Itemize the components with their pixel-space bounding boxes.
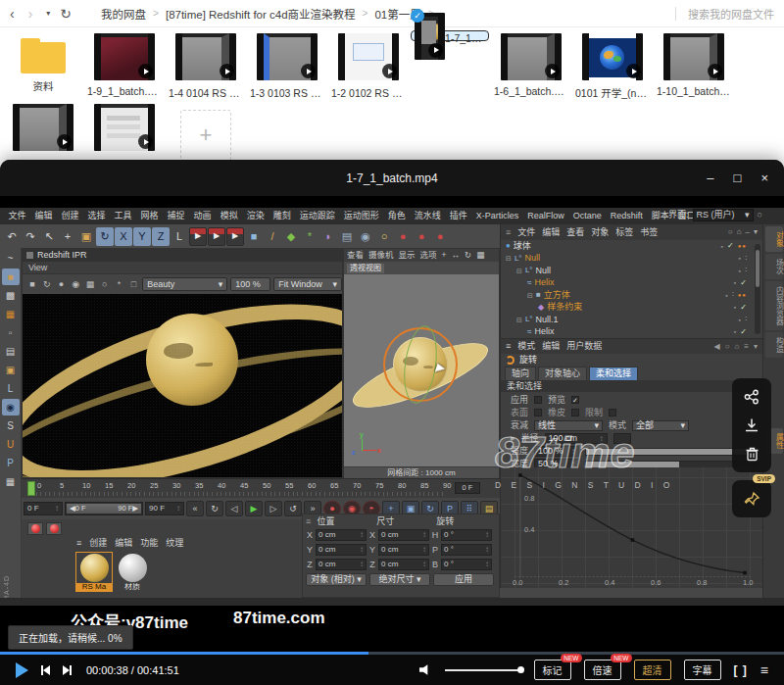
layer-chip-icon[interactable]: ▪	[738, 317, 740, 323]
next-frame-button[interactable]: ▷	[265, 501, 282, 516]
object-label[interactable]: 立方体	[544, 291, 570, 300]
scale-tool-icon[interactable]: ▣	[77, 227, 95, 246]
expander-icon[interactable]: ⊟	[527, 292, 533, 299]
rs-material-icon[interactable]: ●	[413, 227, 430, 246]
viewport-canvas[interactable]: y x z	[344, 274, 499, 466]
scrollbar[interactable]	[755, 244, 760, 334]
timeline-playhead[interactable]	[27, 481, 35, 496]
start-frame-field[interactable]: 0 F↕	[24, 502, 63, 515]
region-icon[interactable]: ○	[99, 278, 111, 291]
stepper-icon[interactable]: ↕	[360, 531, 364, 539]
volume-knob[interactable]	[517, 666, 524, 673]
stepper-icon[interactable]: ↕	[360, 561, 364, 568]
mouse-mode-icon[interactable]: ◉	[2, 399, 20, 416]
stepper-icon[interactable]: ↕	[485, 546, 489, 554]
menu-item[interactable]: 雕刻	[269, 212, 295, 220]
stepper-icon[interactable]: ↕	[422, 546, 426, 554]
menu-item[interactable]: 显示	[399, 251, 416, 260]
undo-icon[interactable]: ↶	[3, 227, 21, 246]
minimize-button[interactable]: –	[707, 171, 713, 185]
object-label[interactable]: Null	[536, 267, 552, 275]
trash-icon[interactable]	[745, 446, 760, 462]
forward-icon[interactable]: ›	[28, 7, 33, 21]
minus-icon[interactable]: –	[746, 228, 750, 236]
object-row[interactable]: ⊟■立方体▪∶●●	[501, 289, 762, 302]
record-button[interactable]	[46, 522, 62, 535]
search-icon[interactable]: ○	[725, 343, 730, 351]
file-card[interactable]: ✓1-7_1_batch.mp4	[411, 30, 489, 41]
file-card[interactable]	[85, 101, 164, 165]
menu-item[interactable]: 书签	[640, 228, 658, 237]
viewport-label[interactable]: 透视视图	[347, 264, 384, 273]
speed-button[interactable]: 倍速NEW	[584, 660, 621, 680]
search-icon[interactable]: ○	[728, 228, 733, 236]
close-button[interactable]: ×	[760, 171, 768, 185]
menu-item[interactable]: 选项	[420, 251, 437, 260]
interface-switcher[interactable]: 界面: RS (用户)▾ ○	[668, 209, 762, 221]
menu-item[interactable]: 插件	[445, 212, 471, 220]
menu-item[interactable]: 渲染	[242, 212, 269, 220]
menu-item[interactable]: 编辑	[30, 212, 57, 220]
object-label[interactable]: Null	[525, 254, 541, 263]
player-titlebar[interactable]: 1-7_1_batch.mp4 – □ ×	[0, 160, 784, 196]
object-label[interactable]: 样条约束	[547, 303, 582, 312]
attribute-tab[interactable]: 对象轴心	[538, 367, 587, 381]
uv-mode-icon[interactable]: ▦	[2, 306, 20, 322]
next-video-button[interactable]	[63, 665, 72, 675]
filter-icon[interactable]: ▾	[754, 343, 758, 351]
floor-icon[interactable]: ▤	[338, 227, 356, 246]
redo-icon[interactable]: ↷	[22, 227, 39, 246]
object-mode-select[interactable]: 对象 (相对) ▾	[306, 573, 367, 586]
expander-icon[interactable]: ⊟	[506, 255, 512, 262]
file-card[interactable]: 1-10_1_batch.m...	[655, 30, 733, 104]
panel-menu-icon[interactable]: ≡	[506, 342, 511, 351]
file-card[interactable]: 0101 开学_(new)...	[573, 30, 652, 104]
play-button[interactable]	[16, 662, 28, 678]
object-label[interactable]: 球体	[514, 242, 531, 251]
object-row[interactable]: ⊟L°Null▪∶	[501, 253, 762, 266]
stepper-icon[interactable]: ↕	[485, 561, 489, 568]
plane-lock-icon[interactable]: ▦	[2, 473, 20, 490]
refresh-icon[interactable]: ↻	[60, 7, 72, 21]
stepper-icon[interactable]: ↕	[422, 561, 426, 568]
share-icon[interactable]	[744, 389, 760, 405]
end-frame-field[interactable]: 90 F↕	[145, 502, 184, 515]
enabled-toggle-icon[interactable]: ∶	[745, 316, 747, 323]
apply-button[interactable]: 应用	[433, 573, 494, 586]
render-settings-icon[interactable]: ▶	[226, 227, 244, 246]
menu-item[interactable]: 查看	[347, 251, 364, 260]
manager-tab[interactable]: 构造	[765, 332, 783, 358]
menu-item[interactable]: 运动跟踪	[295, 212, 339, 220]
material-swatch[interactable]: 材质	[115, 553, 150, 591]
menu-item[interactable]: 创建	[89, 539, 107, 548]
object-row[interactable]: ≈Helix▪✓	[501, 326, 762, 339]
stepper-icon[interactable]: ↕	[55, 505, 59, 513]
section-header[interactable]: 柔和选择	[507, 382, 542, 391]
back-icon[interactable]: ‹	[10, 7, 15, 21]
x-axis-lock-icon[interactable]: X	[115, 227, 132, 246]
loop-playback-button[interactable]: ↻	[206, 501, 223, 516]
stop-render-icon[interactable]: ■	[26, 278, 38, 291]
object-row[interactable]: ◆样条约束▪✓	[501, 302, 762, 315]
move-tool-icon[interactable]: +	[59, 227, 76, 246]
menu-item[interactable]: 捕捉	[163, 212, 189, 220]
radius-field[interactable]: 100 cm↕	[545, 433, 608, 444]
snap-icon[interactable]: S	[2, 417, 20, 434]
history-dropdown-icon[interactable]: ▾	[46, 10, 50, 18]
fit-mode-select[interactable]: Fit Window▾	[273, 277, 342, 291]
layer-chip-icon[interactable]: ▪	[734, 304, 736, 311]
coordinate-field[interactable]: 0 cm↕	[316, 529, 367, 541]
edges-mode-icon[interactable]: ▤	[2, 343, 20, 360]
square-icon[interactable]: □	[127, 278, 139, 291]
object-label[interactable]: Null.1	[536, 316, 559, 324]
object-row[interactable]: ≈Helix▪✓	[501, 277, 762, 290]
upload-card[interactable]: +	[167, 101, 245, 165]
menu-item[interactable]: 编辑	[542, 342, 560, 351]
lock-render-icon[interactable]: ●	[56, 278, 68, 291]
layer-chip-icon[interactable]: ▪	[734, 328, 736, 335]
model-mode-icon[interactable]: ■	[2, 269, 20, 285]
quality-button[interactable]: 超清	[634, 660, 671, 680]
live-select-icon[interactable]: ↖	[40, 227, 58, 246]
menu-item[interactable]: 角色	[383, 212, 410, 220]
snowflake-icon[interactable]: *	[114, 278, 125, 291]
